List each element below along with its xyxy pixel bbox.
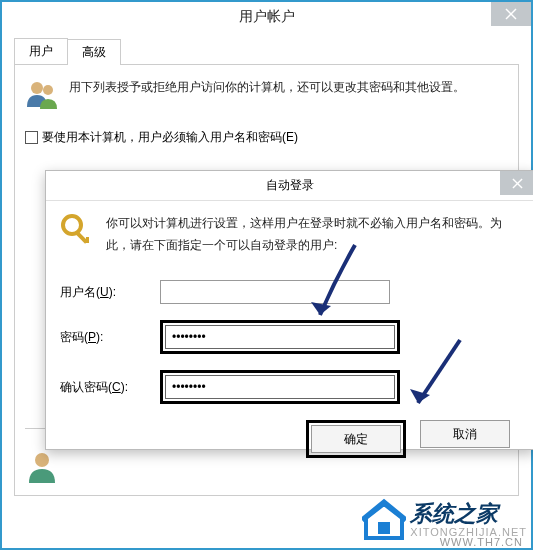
close-button[interactable] [491, 2, 531, 26]
password-input[interactable] [165, 325, 395, 349]
close-icon [505, 8, 517, 20]
svg-rect-9 [86, 237, 89, 243]
checkbox-icon [25, 131, 38, 144]
confirm-password-label: 确认密码(C): [60, 379, 160, 396]
tabs: 用户 高级 [14, 38, 531, 64]
logo-sub: XITONGZHIJIA.NET [410, 526, 527, 538]
dialog-description-text: 你可以对计算机进行设置，这样用户在登录时就不必输入用户名和密码。为此，请在下面指… [106, 213, 520, 256]
tab-users[interactable]: 用户 [14, 38, 68, 64]
titlebar: 用户帐户 [2, 2, 531, 32]
password-row: 密码(P): [60, 320, 520, 354]
window-title: 用户帐户 [239, 8, 295, 26]
logo-watermark: 系统之家 XITONGZHIJIA.NET [362, 498, 527, 542]
logo-brand: 系统之家 [410, 502, 527, 526]
svg-rect-8 [75, 231, 88, 244]
svg-rect-12 [378, 522, 390, 534]
highlight-ok: 确定 [306, 420, 406, 458]
checkbox-label: 要使用本计算机，用户必须输入用户名和密码(E) [42, 129, 298, 146]
must-enter-password-checkbox-row[interactable]: 要使用本计算机，用户必须输入用户名和密码(E) [25, 129, 508, 146]
highlight-password [160, 320, 400, 354]
confirm-password-input[interactable] [165, 375, 395, 399]
username-row: 用户名(U): [60, 280, 520, 304]
auto-login-dialog: 自动登录 你可以对计算机进行设置，这样用户在登录时就不必输入用户名和密码。为此，… [45, 170, 533, 450]
dialog-title: 自动登录 [266, 177, 314, 194]
dialog-buttons: 确定 取消 [60, 420, 520, 458]
username-input[interactable] [160, 280, 390, 304]
password-label: 密码(P): [60, 329, 160, 346]
dialog-close-button[interactable] [500, 171, 533, 195]
highlight-confirm [160, 370, 400, 404]
cancel-button[interactable]: 取消 [420, 420, 510, 448]
svg-point-2 [31, 82, 43, 94]
description-text: 用下列表授予或拒绝用户访问你的计算机，还可以更改其密码和其他设置。 [69, 77, 465, 99]
ok-button[interactable]: 确定 [311, 425, 401, 453]
dialog-description-row: 你可以对计算机进行设置，这样用户在登录时就不必输入用户名和密码。为此，请在下面指… [60, 213, 520, 256]
house-icon [362, 498, 406, 542]
dialog-titlebar: 自动登录 [46, 171, 533, 201]
svg-point-3 [43, 85, 53, 95]
key-icon [60, 213, 96, 249]
tab-advanced[interactable]: 高级 [67, 39, 121, 65]
confirm-password-row: 确认密码(C): [60, 370, 520, 404]
close-icon [512, 178, 523, 189]
description-row: 用下列表授予或拒绝用户访问你的计算机，还可以更改其密码和其他设置。 [25, 77, 508, 111]
users-icon [25, 77, 59, 111]
username-label: 用户名(U): [60, 284, 160, 301]
